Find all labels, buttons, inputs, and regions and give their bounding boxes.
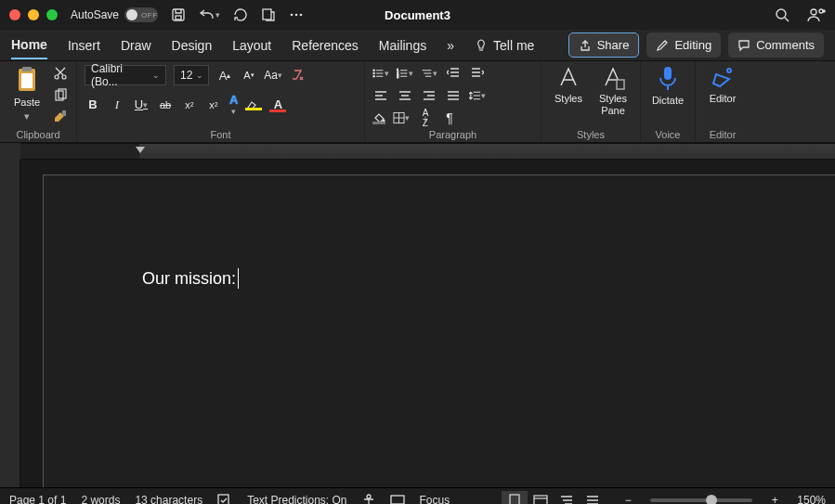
tab-mailings[interactable]: Mailings xyxy=(379,32,426,58)
page-indicator[interactable]: Page 1 of 1 xyxy=(9,494,66,505)
share-icon xyxy=(579,39,592,52)
display-settings-icon[interactable] xyxy=(390,495,405,505)
tab-references[interactable]: References xyxy=(292,32,359,58)
paste-button[interactable]: Paste ▾ xyxy=(7,65,46,122)
cut-icon[interactable] xyxy=(52,65,69,82)
word-count[interactable]: 2 words xyxy=(81,494,120,505)
font-name-select[interactable]: Calibri (Bo...⌄ xyxy=(85,65,166,85)
svg-point-6 xyxy=(776,9,786,19)
align-center-icon[interactable] xyxy=(397,87,413,104)
document-canvas[interactable]: Our mission: xyxy=(20,160,835,487)
editing-label: Editing xyxy=(674,38,711,52)
highlight-button[interactable] xyxy=(245,98,262,110)
superscript-button[interactable]: x2 xyxy=(205,97,222,113)
format-painter-icon[interactable] xyxy=(52,110,69,126)
tell-me[interactable]: Tell me xyxy=(475,32,534,58)
grow-font-icon[interactable]: A▴ xyxy=(216,67,233,84)
styles-button[interactable]: Styles xyxy=(549,65,588,105)
sort-icon[interactable]: AZ↓ xyxy=(417,110,434,126)
tab-layout[interactable]: Layout xyxy=(232,32,271,58)
undo-icon[interactable]: ▾ xyxy=(199,7,220,22)
copy-icon[interactable] xyxy=(52,87,69,104)
align-left-icon[interactable] xyxy=(372,87,389,104)
redo-icon[interactable] xyxy=(233,7,248,22)
align-right-icon[interactable] xyxy=(421,87,437,104)
group-editor: Editor Editor xyxy=(696,61,750,142)
draft-view-icon[interactable] xyxy=(580,491,606,505)
editor-button[interactable]: Editor xyxy=(703,65,742,105)
search-icon[interactable] xyxy=(774,6,790,23)
styles-icon xyxy=(555,65,581,91)
comments-button[interactable]: Comments xyxy=(728,32,824,58)
tab-home[interactable]: Home xyxy=(11,32,47,59)
more-icon[interactable] xyxy=(289,7,304,22)
comment-icon xyxy=(737,39,750,52)
tabs-overflow-icon[interactable]: » xyxy=(447,32,454,58)
pencil-icon xyxy=(656,39,669,52)
multilevel-icon[interactable]: ▾ xyxy=(421,65,437,82)
accessibility-icon[interactable] xyxy=(362,494,375,505)
web-layout-view-icon[interactable] xyxy=(528,491,554,505)
bullets-icon[interactable]: ▾ xyxy=(372,65,389,82)
strike-button[interactable]: ab xyxy=(157,97,174,113)
change-case-icon[interactable]: Aa▾ xyxy=(265,67,281,84)
share-people-icon[interactable] xyxy=(807,6,826,23)
svg-rect-11 xyxy=(21,73,33,88)
focus-mode[interactable]: Focus xyxy=(420,494,450,505)
zoom-window-button[interactable] xyxy=(46,9,58,20)
text-cursor xyxy=(238,268,239,289)
font-color-button[interactable]: A xyxy=(269,97,286,112)
numbering-icon[interactable]: 123▾ xyxy=(397,65,413,82)
bold-button[interactable]: B xyxy=(85,97,101,113)
close-window-button[interactable] xyxy=(9,9,20,20)
font-size-select[interactable]: 12⌄ xyxy=(174,65,209,85)
template-icon[interactable] xyxy=(261,7,276,22)
zoom-slider[interactable] xyxy=(650,498,752,502)
chevron-down-icon: ▾ xyxy=(24,110,30,123)
zoom-value[interactable]: 150% xyxy=(797,494,826,505)
save-icon[interactable] xyxy=(171,7,186,22)
document-title: Document3 xyxy=(385,8,450,22)
styles-pane-button[interactable]: Styles Pane xyxy=(594,65,633,116)
shrink-font-icon[interactable]: A▾ xyxy=(241,67,257,84)
page[interactable]: Our mission: xyxy=(43,174,835,487)
italic-button[interactable]: I xyxy=(109,97,125,113)
autosave-state: OFF xyxy=(141,11,158,19)
ruler-vertical[interactable] xyxy=(0,160,20,487)
group-label-styles: Styles xyxy=(549,127,633,140)
autosave-toggle[interactable]: AutoSave OFF xyxy=(71,7,158,22)
tab-design[interactable]: Design xyxy=(172,32,213,58)
spellcheck-icon[interactable] xyxy=(217,494,232,505)
pilcrow-icon[interactable]: ¶ xyxy=(441,110,458,126)
print-layout-view-icon[interactable] xyxy=(502,491,528,505)
shading-button[interactable] xyxy=(372,112,385,124)
subscript-button[interactable]: x2 xyxy=(181,97,198,113)
tab-draw[interactable]: Draw xyxy=(121,32,151,58)
borders-icon[interactable]: ▾ xyxy=(393,110,410,126)
minimize-window-button[interactable] xyxy=(28,9,39,20)
zoom-out-button[interactable]: − xyxy=(620,494,635,505)
tab-insert[interactable]: Insert xyxy=(68,32,100,58)
view-mode-buttons xyxy=(502,491,606,505)
document-body[interactable]: Our mission: xyxy=(142,268,835,289)
zoom-thumb[interactable] xyxy=(706,495,717,505)
share-button[interactable]: Share xyxy=(568,32,640,58)
ruler-horizontal[interactable] xyxy=(0,143,835,160)
text-predictions[interactable]: Text Predictions: On xyxy=(247,494,346,505)
group-styles: Styles Styles Pane Styles xyxy=(541,61,641,142)
clear-format-icon[interactable] xyxy=(289,67,306,84)
indent-increase-icon[interactable] xyxy=(469,65,486,82)
autosave-switch[interactable]: OFF xyxy=(124,7,158,22)
indent-marker-icon[interactable] xyxy=(136,147,145,156)
zoom-in-button[interactable]: + xyxy=(767,494,782,505)
line-spacing-icon[interactable]: ▾ xyxy=(469,87,486,104)
dictate-button[interactable]: Dictate xyxy=(648,65,687,107)
text-effects-button[interactable]: A▾ xyxy=(229,93,238,116)
underline-button[interactable]: U▾ xyxy=(133,97,150,113)
editing-mode-button[interactable]: Editing xyxy=(646,32,721,58)
align-justify-icon[interactable] xyxy=(445,87,462,104)
outline-view-icon[interactable] xyxy=(554,491,580,505)
char-count[interactable]: 13 characters xyxy=(135,494,202,505)
indent-decrease-icon[interactable] xyxy=(445,65,462,82)
editor-label: Editor xyxy=(710,93,737,105)
